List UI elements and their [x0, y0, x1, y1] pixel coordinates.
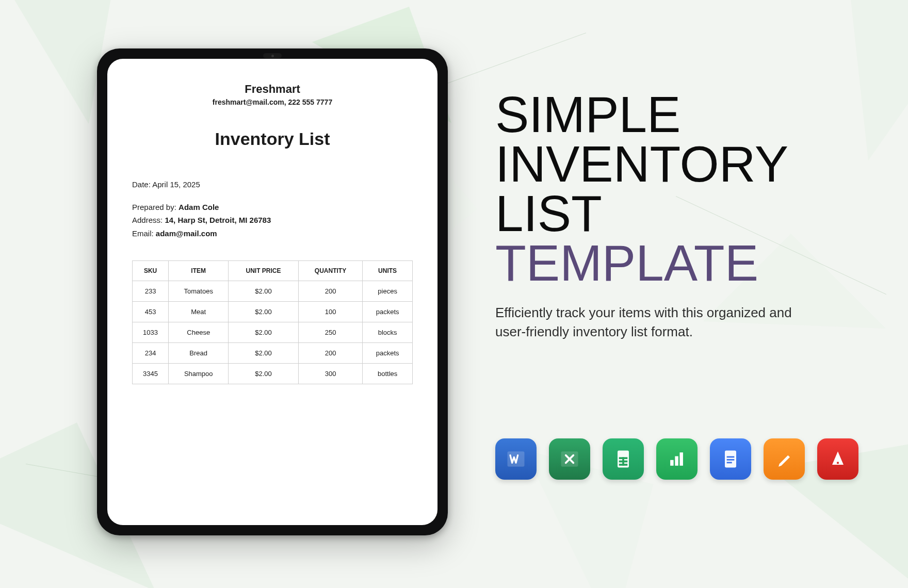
prepared-label: Prepared by: [132, 203, 176, 211]
company-contact: freshmart@mail.com, 222 555 7777 [132, 98, 413, 106]
cell-units: pieces [363, 281, 413, 302]
promo-heading: SIMPLE INVENTORY LIST TEMPLATE [495, 90, 856, 288]
date-value: April 15, 2025 [152, 180, 200, 189]
email-value: adam@mail.com [156, 229, 217, 238]
address-label: Address: [132, 216, 163, 224]
inventory-table: SKU ITEM UNIT PRICE QUANTITY UNITS 233 T… [132, 260, 413, 384]
heading-line-1: SIMPLE [495, 90, 856, 139]
cell-item: Meat [169, 302, 229, 322]
email-label: Email: [132, 229, 154, 238]
svg-rect-11 [727, 456, 735, 458]
svg-rect-0 [508, 451, 525, 466]
tablet-mockup: Freshmart freshmart@mail.com, 222 555 77… [97, 48, 448, 535]
col-sku: SKU [133, 261, 169, 281]
document-meta: Date: April 15, 2025 Prepared by: Adam C… [132, 178, 413, 240]
heading-line-3: LIST [495, 189, 856, 238]
col-unitprice: UNIT PRICE [229, 261, 299, 281]
word-icon [495, 438, 537, 480]
col-units: UNITS [363, 261, 413, 281]
svg-rect-9 [680, 452, 683, 466]
cell-price: $2.00 [229, 364, 299, 384]
cell-qty: 100 [298, 302, 362, 322]
cell-price: $2.00 [229, 322, 299, 343]
svg-rect-13 [727, 462, 732, 464]
cell-qty: 200 [298, 343, 362, 364]
google-docs-icon [710, 438, 751, 480]
document-title: Inventory List [132, 129, 413, 149]
cell-sku: 233 [133, 281, 169, 302]
pages-icon [764, 438, 805, 480]
meta-email: Email: adam@mail.com [132, 227, 413, 240]
pdf-icon [817, 438, 858, 480]
cell-units: packets [363, 302, 413, 322]
tablet-screen: Freshmart freshmart@mail.com, 222 555 77… [107, 59, 437, 525]
svg-rect-6 [622, 457, 624, 466]
table-row: 233 Tomatoes $2.00 200 pieces [133, 281, 413, 302]
heading-line-4: TEMPLATE [495, 238, 856, 288]
table-row: 1033 Cheese $2.00 250 blocks [133, 322, 413, 343]
cell-price: $2.00 [229, 302, 299, 322]
address-value: 14, Harp St, Detroit, MI 26783 [165, 216, 271, 224]
numbers-icon [656, 438, 698, 480]
cell-qty: 200 [298, 281, 362, 302]
date-label: Date: [132, 180, 151, 189]
google-sheets-icon [603, 438, 644, 480]
table-row: 3345 Shampoo $2.00 300 bottles [133, 364, 413, 384]
cell-item: Cheese [169, 322, 229, 343]
cell-price: $2.00 [229, 281, 299, 302]
cell-sku: 3345 [133, 364, 169, 384]
excel-icon [549, 438, 590, 480]
heading-line-2: INVENTORY [495, 139, 856, 189]
prepared-value: Adam Cole [179, 203, 219, 211]
svg-rect-8 [675, 456, 678, 466]
camera-icon [263, 53, 282, 58]
table-row: 453 Meat $2.00 100 packets [133, 302, 413, 322]
cell-units: packets [363, 343, 413, 364]
template-promo-stage: Freshmart freshmart@mail.com, 222 555 77… [0, 0, 908, 588]
cell-units: bottles [363, 364, 413, 384]
document-header: Freshmart freshmart@mail.com, 222 555 77… [132, 83, 413, 106]
table-header-row: SKU ITEM UNIT PRICE QUANTITY UNITS [133, 261, 413, 281]
meta-prepared: Prepared by: Adam Cole [132, 201, 413, 214]
svg-rect-7 [670, 460, 673, 466]
cell-sku: 1033 [133, 322, 169, 343]
table-row: 234 Bread $2.00 200 packets [133, 343, 413, 364]
svg-rect-14 [837, 462, 839, 464]
company-name: Freshmart [132, 83, 413, 96]
cell-sku: 453 [133, 302, 169, 322]
cell-qty: 250 [298, 322, 362, 343]
svg-rect-12 [727, 459, 735, 461]
col-item: ITEM [169, 261, 229, 281]
cell-units: blocks [363, 322, 413, 343]
cell-sku: 234 [133, 343, 169, 364]
promo-text: SIMPLE INVENTORY LIST TEMPLATE Efficient… [495, 90, 856, 341]
cell-item: Bread [169, 343, 229, 364]
promo-subtitle: Efficiently track your items with this o… [495, 303, 815, 341]
cell-item: Shampoo [169, 364, 229, 384]
cell-item: Tomatoes [169, 281, 229, 302]
meta-address: Address: 14, Harp St, Detroit, MI 26783 [132, 214, 413, 227]
document-preview: Freshmart freshmart@mail.com, 222 555 77… [107, 59, 437, 525]
meta-date: Date: April 15, 2025 [132, 178, 413, 191]
cell-price: $2.00 [229, 343, 299, 364]
format-icon-row [495, 438, 858, 480]
col-quantity: QUANTITY [298, 261, 362, 281]
cell-qty: 300 [298, 364, 362, 384]
